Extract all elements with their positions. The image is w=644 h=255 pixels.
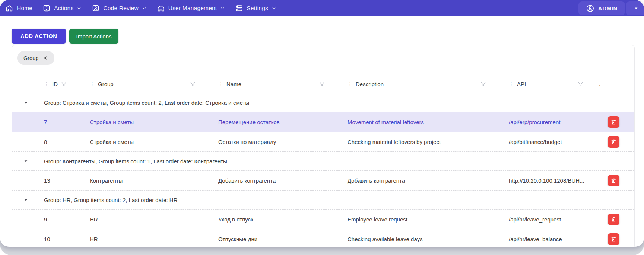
table-row[interactable]: 9HRУход в отпускEmployee leave request/a… xyxy=(12,210,634,229)
drag-handle-icon[interactable]: ⋮ xyxy=(90,81,95,87)
admin-dropdown-button[interactable] xyxy=(626,1,644,15)
cell-actions xyxy=(593,136,634,148)
table-body: Group: Стройка и сметы, Group items coun… xyxy=(12,93,634,247)
group-collapse-toggle[interactable] xyxy=(12,100,39,105)
save-icon xyxy=(42,4,51,12)
delete-row-button[interactable] xyxy=(608,116,619,128)
group-collapse-toggle[interactable] xyxy=(12,198,39,202)
chevron-down-icon xyxy=(142,6,147,11)
trash-icon xyxy=(610,216,617,223)
drag-handle-icon[interactable]: ⋮ xyxy=(348,81,353,87)
cell-actions xyxy=(593,233,634,245)
delete-row-button[interactable] xyxy=(608,233,619,245)
group-summary-row[interactable]: Group: Контрагенты, Group items count: 1… xyxy=(12,152,634,171)
page-background: HomeActionsCode ReviewUser ManagementSet… xyxy=(0,0,644,255)
column-header-actions-menu[interactable]: ⋮ xyxy=(593,75,634,93)
cell-group: Стройка и сметы xyxy=(76,119,205,125)
column-header-api[interactable]: ⋮API xyxy=(495,75,593,93)
trash-icon xyxy=(610,119,617,125)
drag-handle-icon[interactable]: ⋮ xyxy=(509,81,514,87)
actions-table-panel: Group ⋮ID⋮Group⋮Name⋮Description⋮API⋮ Gr… xyxy=(12,45,635,247)
toolbar: ADD ACTION Import Actions xyxy=(12,29,644,44)
cell-actions xyxy=(593,175,634,186)
column-header-description[interactable]: ⋮Description xyxy=(334,75,495,93)
chevron-down-icon xyxy=(272,6,276,11)
admin-menu-button[interactable]: ADMIN xyxy=(578,1,625,15)
app-window: HomeActionsCode ReviewUser ManagementSet… xyxy=(0,0,644,247)
filter-chip-row: Group xyxy=(12,45,634,75)
triangle-down-icon xyxy=(23,198,28,202)
cell-name: Остатки по материалу xyxy=(205,139,334,145)
user-circle-icon xyxy=(586,4,594,13)
filter-funnel-icon[interactable] xyxy=(61,81,67,87)
delete-row-button[interactable] xyxy=(608,136,619,148)
delete-row-button[interactable] xyxy=(608,214,619,225)
cell-api: /api/erp/procurement xyxy=(495,119,593,125)
column-header-label: API xyxy=(517,81,526,87)
admin-label: ADMIN xyxy=(598,5,618,12)
add-action-button[interactable]: ADD ACTION xyxy=(12,29,66,44)
table-header: ⋮ID⋮Group⋮Name⋮Description⋮API⋮ xyxy=(12,75,634,93)
triangle-down-icon xyxy=(23,159,28,164)
cell-group: HR xyxy=(76,236,205,242)
cell-name: Перемещение остатков xyxy=(205,119,334,125)
column-header-label: Name xyxy=(226,81,241,87)
import-actions-button[interactable]: Import Actions xyxy=(69,29,118,44)
server-stack-icon xyxy=(235,4,243,12)
nav-user-area: ADMIN xyxy=(578,0,644,16)
group-summary-text: Group: HR, Group items count: 2, Last or… xyxy=(39,197,178,203)
chevron-down-icon xyxy=(220,6,225,11)
trash-icon xyxy=(610,177,617,184)
filter-funnel-icon[interactable] xyxy=(319,81,325,87)
table-row[interactable]: 7Стройка и сметыПеремещение остатковMove… xyxy=(12,112,634,132)
cell-api: /api/hr/leave_balance xyxy=(495,236,593,242)
cell-actions xyxy=(593,116,634,128)
nav-item-user-management[interactable]: User Management xyxy=(157,4,225,12)
drag-handle-icon[interactable]: ⋮ xyxy=(44,81,49,87)
table-row[interactable]: 10HRОтпускные дниChecking available leav… xyxy=(12,229,634,247)
nav-item-label: Actions xyxy=(54,5,73,12)
nav-item-actions[interactable]: Actions xyxy=(42,4,82,12)
home-icon xyxy=(157,4,165,12)
cell-description: Employee leave request xyxy=(334,216,495,223)
column-header-group[interactable]: ⋮Group xyxy=(76,75,205,93)
group-summary-row[interactable]: Group: HR, Group items count: 2, Last or… xyxy=(12,191,634,210)
group-filter-chip[interactable]: Group xyxy=(17,51,54,65)
column-header-label: Group xyxy=(98,81,114,87)
nav-items: HomeActionsCode ReviewUser ManagementSet… xyxy=(5,4,286,12)
drag-handle-icon[interactable]: ⋮ xyxy=(218,81,223,87)
column-header-label: Description xyxy=(356,81,384,87)
nav-item-code-review[interactable]: Code Review xyxy=(92,4,146,12)
nav-item-label: Code Review xyxy=(103,5,138,12)
cell-name: Уход в отпуск xyxy=(205,216,334,223)
cell-group: Контрагенты xyxy=(76,177,205,184)
nav-item-label: User Management xyxy=(168,5,217,12)
group-summary-row[interactable]: Group: Стройка и сметы, Group items coun… xyxy=(12,93,634,112)
cell-description: Movement of material leftovers xyxy=(334,119,495,125)
cell-id: 8 xyxy=(39,132,76,151)
cell-name: Отпускные дни xyxy=(205,236,334,242)
delete-row-button[interactable] xyxy=(608,175,619,186)
filter-funnel-icon[interactable] xyxy=(480,81,486,87)
actions-table: ⋮ID⋮Group⋮Name⋮Description⋮API⋮ Group: С… xyxy=(12,75,634,247)
group-filter-chip-label: Group xyxy=(23,55,38,61)
table-row[interactable]: 13КонтрагентыДобавить контрагентаДобавит… xyxy=(12,171,634,191)
nav-item-label: Settings xyxy=(247,5,268,12)
column-header-id[interactable]: ⋮ID xyxy=(39,75,76,93)
cell-api: http://10.20.0.100:1208/BUH... xyxy=(495,177,593,184)
cell-description: Checking material leftovers by project xyxy=(334,139,495,145)
cell-description: Checking available leave days xyxy=(334,236,495,242)
column-header-name[interactable]: ⋮Name xyxy=(205,75,334,93)
close-icon[interactable] xyxy=(42,55,48,61)
cell-id: 13 xyxy=(39,171,76,190)
column-header-label: ID xyxy=(52,81,58,87)
cell-group: Стройка и сметы xyxy=(76,139,205,145)
filter-funnel-icon[interactable] xyxy=(190,81,196,87)
nav-item-home[interactable]: Home xyxy=(5,4,32,12)
cell-id: 10 xyxy=(39,229,76,247)
column-menu-icon[interactable]: ⋮ xyxy=(597,81,603,87)
filter-funnel-icon[interactable] xyxy=(577,81,584,87)
table-row[interactable]: 8Стройка и сметыОстатки по материалуChec… xyxy=(12,132,634,152)
group-collapse-toggle[interactable] xyxy=(12,159,39,164)
nav-item-settings[interactable]: Settings xyxy=(235,4,276,12)
